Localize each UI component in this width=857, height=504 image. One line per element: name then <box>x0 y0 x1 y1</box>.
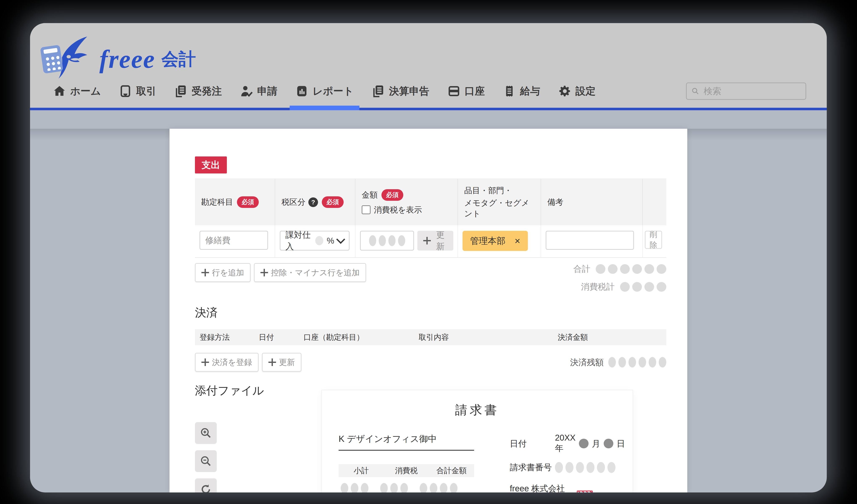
redaction-dot <box>566 462 573 473</box>
redaction-dot <box>657 282 666 292</box>
update-settlement-button[interactable]: 更新 <box>262 353 301 372</box>
redaction-dot <box>620 264 630 274</box>
redaction-dot <box>632 264 642 274</box>
col-tax-label: 税区分 <box>282 197 305 207</box>
item-cell: 管理本部 × <box>458 225 541 257</box>
nav-label: 取引 <box>136 84 156 98</box>
redaction-dot <box>644 264 654 274</box>
expense-table-header: 勘定科目必須 税区分?必須 金額必須 消費税を表示 品目・部門・ メモタグ・セグ… <box>195 179 666 225</box>
show-tax-checkbox[interactable] <box>362 205 371 214</box>
page-body: 支出 勘定科目必須 税区分?必須 金額必須 消費税を表示 品目・部門・ <box>30 129 827 492</box>
nav-item-reports[interactable]: レポート <box>286 74 363 108</box>
invoice-amount-values <box>339 483 474 492</box>
add-row-label: 行を追加 <box>212 267 244 278</box>
add-row-button[interactable]: 行を追加 <box>195 263 251 282</box>
amount-input[interactable] <box>360 231 414 251</box>
report-icon <box>295 85 308 98</box>
redacted-total-amount <box>420 483 457 492</box>
col-amount-label: 金額 <box>362 190 378 200</box>
redacted-month <box>579 439 589 448</box>
nav-item-payroll[interactable]: 給与 <box>494 74 549 108</box>
redaction-dot <box>555 462 563 473</box>
invoice-date-row: 日付 20XX 年 月 日 <box>510 433 625 454</box>
redaction-dot <box>388 235 396 246</box>
search-input[interactable] <box>703 86 801 96</box>
redaction-dot <box>644 282 654 292</box>
delete-row-button[interactable]: 削除 <box>645 231 662 249</box>
redacted-tax-rate <box>315 236 323 245</box>
update-amount-button[interactable]: 更新 <box>417 231 453 251</box>
tax-total-row: 消費税計 <box>581 281 666 292</box>
add-buttons: 行を追加 控除・マイナス行を追加 <box>195 263 366 282</box>
redaction-dot <box>620 282 630 292</box>
register-settlement-button[interactable]: 決済を登録 <box>195 353 258 372</box>
transaction-form-panel: 支出 勘定科目必須 税区分?必須 金額必須 消費税を表示 品目・部門・ <box>169 129 687 492</box>
note-input[interactable] <box>546 231 634 250</box>
settings-icon <box>558 85 571 98</box>
nav-item-accounts[interactable]: 口座 <box>438 74 494 108</box>
help-icon[interactable]: ? <box>308 197 318 207</box>
invoice-number-label: 請求書番号 <box>510 461 555 473</box>
col-register-method: 登録方法 <box>195 332 254 342</box>
account-input[interactable] <box>200 231 268 250</box>
register-settlement-label: 決済を登録 <box>212 357 252 368</box>
invoice-company: freee 株式会社 <box>510 483 625 492</box>
zoom-in-button[interactable] <box>195 422 217 444</box>
plus-icon <box>268 358 276 366</box>
total-label: 合計 <box>573 263 590 275</box>
redaction-dot <box>659 357 666 368</box>
amount-cell: 更新 <box>355 225 458 257</box>
invoice-date-label: 日付 <box>510 438 555 449</box>
application-icon <box>240 85 253 98</box>
invoice-date-value: 20XX 年 月 日 <box>555 433 625 454</box>
invoice-number-row: 請求書番号 <box>510 461 625 473</box>
col-amount: 金額必須 消費税を表示 <box>355 179 458 225</box>
department-tag[interactable]: 管理本部 × <box>463 231 528 251</box>
nav-item-orders[interactable]: 受発注 <box>165 74 231 108</box>
delete-label: 削除 <box>649 230 658 250</box>
nav-label: 受発注 <box>191 84 222 98</box>
settlement-title: 決済 <box>195 305 666 320</box>
app-window: freee 会計 ホーム 取引 受発注 申請 レポート <box>30 23 827 492</box>
plus-icon <box>201 358 209 366</box>
logo-product-name: 会計 <box>162 48 196 71</box>
nav-item-settings[interactable]: 設定 <box>549 74 605 108</box>
global-search[interactable] <box>686 83 806 100</box>
nav-label: 給与 <box>520 84 540 98</box>
nav-item-home[interactable]: ホーム <box>44 74 110 108</box>
tax-cell: 課対仕入 % <box>275 225 355 257</box>
col-item-line1: 品目・部門・ <box>464 185 534 196</box>
nav-item-tax-return[interactable]: 決算申告 <box>363 74 438 108</box>
add-deduction-label: 控除・マイナス行を追加 <box>271 267 359 278</box>
redaction-dot <box>597 462 605 473</box>
settlement-balance: 決済残額 <box>570 357 666 368</box>
redacted-total <box>596 264 666 274</box>
col-item-dept: 品目・部門・ メモタグ・セグメント <box>458 179 541 225</box>
redaction-dot <box>596 264 605 274</box>
settlement-actions: 決済を登録 更新 決済残額 <box>195 353 666 372</box>
invoice-body: K デザインオフィス御中 小計 消費税 合計金額 <box>339 433 616 492</box>
zoom-out-button[interactable] <box>195 450 217 472</box>
app-header: freee 会計 ホーム 取引 受発注 申請 レポート <box>30 23 827 110</box>
add-deduction-row-button[interactable]: 控除・マイナス行を追加 <box>254 263 366 282</box>
nav-item-transactions[interactable]: 取引 <box>110 74 165 108</box>
redaction-dot <box>607 462 616 473</box>
redaction-dot <box>369 235 376 246</box>
plus-icon <box>423 237 431 245</box>
redacted-amount <box>369 235 405 246</box>
nav-item-application[interactable]: 申請 <box>231 74 286 108</box>
tax-select[interactable]: 課対仕入 % <box>280 231 350 251</box>
redaction-dot <box>586 462 594 473</box>
col-consumption-tax: 消費税 <box>384 466 429 476</box>
zoom-out-icon <box>200 455 212 467</box>
screenshot-root: { "app": { "logo_name": "freee", "logo_s… <box>0 0 857 504</box>
remove-tag-icon[interactable]: × <box>515 235 520 247</box>
col-total-amount: 合計金額 <box>429 466 474 476</box>
redaction-dot <box>351 483 358 492</box>
col-account-label: 勘定科目 <box>201 197 233 207</box>
rotate-button[interactable] <box>195 478 217 492</box>
col-transaction-detail: 取引内容 <box>414 332 553 342</box>
redaction-dot <box>657 264 666 274</box>
preview-toolbar <box>195 422 217 492</box>
col-subtotal: 小計 <box>339 466 384 476</box>
